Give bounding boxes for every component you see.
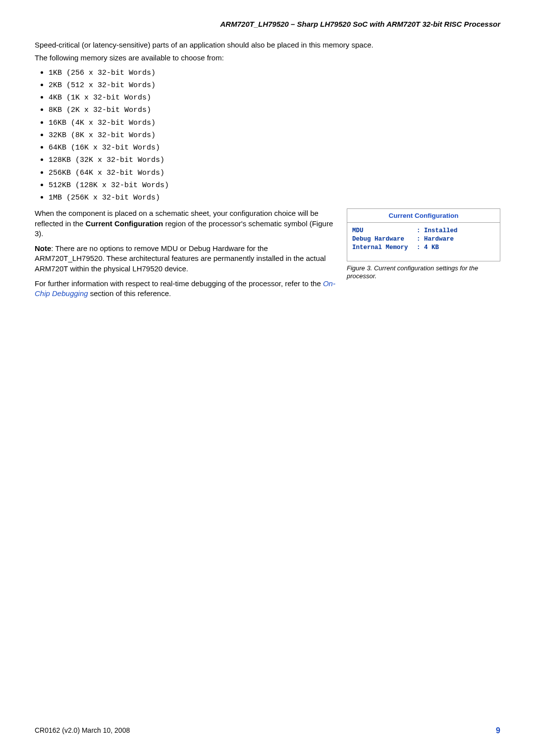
text-span: : There are no options to remove MDU or … <box>35 244 326 273</box>
config-box-header: Current Configuration <box>347 209 500 223</box>
list-item: 16KB (4K x 32-bit Words) <box>49 116 500 129</box>
list-item: 2KB (512 x 32-bit Words) <box>49 79 500 91</box>
intro-p2: The following memory sizes are available… <box>35 53 500 63</box>
list-item: 4KB (1K x 32-bit Words) <box>49 91 500 103</box>
text-span-bold: Current Configuration <box>86 219 163 228</box>
footer-left: CR0162 (v2.0) March 10, 2008 <box>35 726 130 735</box>
text-span-bold: Note <box>35 244 51 252</box>
footer-page-number: 9 <box>496 726 500 735</box>
list-item: 128KB (32K x 32-bit Words) <box>49 153 500 166</box>
config-box-body: MDU: Installed Debug Hardware: Hardware … <box>347 223 500 261</box>
list-item: 256KB (64K x 32-bit Words) <box>49 166 500 179</box>
config-row-label: Debug Hardware <box>352 235 417 244</box>
config-row-label: MDU <box>352 227 417 235</box>
config-row-label: Internal Memory <box>352 244 417 252</box>
list-item: 64KB (16K x 32-bit Words) <box>49 141 500 153</box>
para-further-info: For further information with respect to … <box>35 279 338 299</box>
page-footer: CR0162 (v2.0) March 10, 2008 9 <box>35 726 500 735</box>
text-span: For further information with respect to … <box>35 279 323 288</box>
list-item: 512KB (128K x 32-bit Words) <box>49 179 500 191</box>
list-item: 32KB (8K x 32-bit Words) <box>49 129 500 141</box>
list-item: 1KB (256 x 32-bit Words) <box>49 66 500 79</box>
text-span: section of this reference. <box>88 289 171 298</box>
figure-caption: Figure 3. Current configuration settings… <box>347 264 500 281</box>
list-item: 1MB (256K x 32-bit Words) <box>49 191 500 203</box>
intro-p1: Speed-critical (or latency-sensitive) pa… <box>35 40 500 50</box>
page-header-title: ARM720T_LH79520 – Sharp LH79520 SoC with… <box>35 20 500 28</box>
config-row-value: : Installed <box>417 227 458 234</box>
para-note: Note: There are no options to remove MDU… <box>35 244 338 274</box>
config-row-value: : Hardware <box>417 236 454 243</box>
config-row-value: : 4 KB <box>417 244 439 251</box>
para-config-choice: When the component is placed on a schema… <box>35 208 338 239</box>
list-item: 8KB (2K x 32-bit Words) <box>49 103 500 116</box>
current-configuration-box: Current Configuration MDU: Installed Deb… <box>347 208 500 261</box>
memory-size-list: 1KB (256 x 32-bit Words) 2KB (512 x 32-b… <box>35 66 500 204</box>
